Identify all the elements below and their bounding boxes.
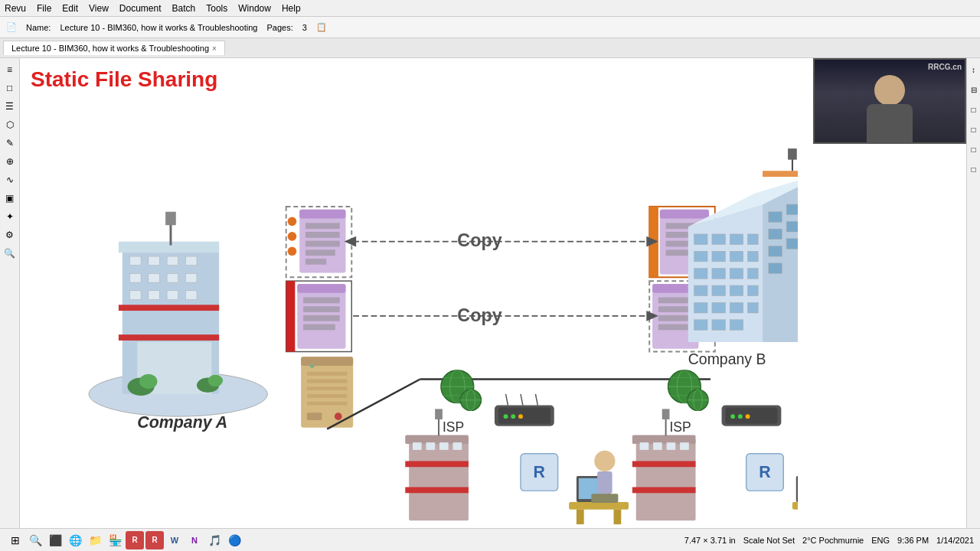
temperature-display: 2°C Pochmurnie bbox=[802, 536, 864, 545]
svg-rect-5 bbox=[167, 256, 178, 266]
copy2-label: Copy bbox=[457, 305, 501, 325]
router-left: R bbox=[521, 454, 558, 491]
diagram-svg: Company A bbox=[28, 96, 798, 528]
menu-window[interactable]: Window bbox=[238, 3, 271, 14]
sidebar-icon-grid[interactable]: ▣ bbox=[2, 190, 18, 207]
svg-rect-125 bbox=[591, 494, 618, 503]
right-sidebar-icon-4[interactable]: □ bbox=[965, 121, 981, 138]
menu-document[interactable]: Document bbox=[119, 3, 162, 14]
coords-display: 7.47 × 3.71 in bbox=[684, 536, 736, 545]
company-b-label: Company B bbox=[688, 350, 766, 367]
status-bar: ⊞ 🔍 ⬛ 🌐 📁 🏪 R R W N 🎵 🔵 7.47 × 3.71 in S… bbox=[0, 528, 980, 551]
svg-rect-124 bbox=[597, 471, 612, 494]
svg-rect-62 bbox=[658, 315, 693, 321]
svg-rect-170 bbox=[730, 320, 743, 331]
svg-rect-9 bbox=[167, 273, 178, 282]
toolbar-icon-2[interactable]: 📋 bbox=[316, 22, 327, 32]
isp2-group: ISP bbox=[668, 370, 782, 435]
sidebar-icon-list[interactable]: ☰ bbox=[2, 98, 18, 115]
taskbar-edge[interactable]: 🌐 bbox=[66, 531, 84, 549]
right-sidebar-icon-3[interactable]: □ bbox=[965, 101, 981, 118]
sidebar-icon-hex[interactable]: ⬡ bbox=[2, 116, 18, 133]
svg-rect-149 bbox=[712, 234, 726, 245]
svg-rect-155 bbox=[748, 251, 759, 262]
svg-rect-63 bbox=[658, 324, 688, 331]
svg-marker-44 bbox=[345, 236, 357, 247]
taskbar-search[interactable]: 🔍 bbox=[26, 531, 44, 549]
svg-rect-2 bbox=[119, 242, 219, 253]
svg-rect-154 bbox=[730, 251, 743, 262]
sidebar-icon-wave[interactable]: ∿ bbox=[2, 171, 18, 188]
svg-rect-167 bbox=[748, 302, 759, 313]
sidebar-icon-search[interactable]: 🔍 bbox=[2, 245, 18, 262]
router-left-label: R bbox=[534, 463, 545, 481]
svg-rect-179 bbox=[769, 263, 782, 274]
taskbar-revit2[interactable]: R bbox=[145, 531, 164, 549]
svg-rect-30 bbox=[305, 223, 340, 229]
sidebar-icon-star[interactable]: ✦ bbox=[2, 208, 18, 225]
taskbar-task-view[interactable]: ⬛ bbox=[46, 531, 64, 549]
svg-rect-160 bbox=[694, 285, 708, 296]
name-label: Name: bbox=[26, 23, 51, 32]
svg-rect-120 bbox=[614, 510, 622, 524]
svg-rect-163 bbox=[748, 285, 759, 296]
svg-rect-153 bbox=[712, 251, 726, 262]
taskbar-icons[interactable]: ⊞ 🔍 ⬛ 🌐 📁 🏪 R R W N 🎵 🔵 bbox=[6, 531, 243, 549]
taskbar-start-button[interactable]: ⊞ bbox=[6, 531, 24, 549]
sidebar-icon-edit[interactable]: ✎ bbox=[2, 135, 18, 152]
svg-point-105 bbox=[738, 414, 743, 419]
taskbar-onenote[interactable]: N bbox=[185, 531, 204, 549]
taskbar-store[interactable]: 🏪 bbox=[106, 531, 124, 549]
menu-tools[interactable]: Tools bbox=[206, 3, 227, 14]
menu-revu[interactable]: Revu bbox=[5, 3, 26, 14]
sidebar-icon-add[interactable]: ⊕ bbox=[2, 153, 18, 170]
sidebar-icon-menu[interactable]: ≡ bbox=[2, 61, 18, 78]
svg-line-91 bbox=[506, 394, 508, 406]
svg-line-93 bbox=[535, 394, 537, 406]
svg-point-26 bbox=[288, 232, 297, 241]
svg-rect-10 bbox=[185, 273, 197, 282]
active-tab[interactable]: Lecture 10 - BIM360, how it works & Trou… bbox=[3, 41, 225, 55]
sidebar-icon-gear[interactable]: ⚙ bbox=[2, 227, 18, 243]
pages-label: Pages: bbox=[266, 23, 292, 32]
location-display: Pochmurnie bbox=[819, 536, 864, 545]
server-unit bbox=[301, 357, 353, 427]
svg-point-74 bbox=[335, 412, 342, 420]
svg-rect-116 bbox=[453, 442, 462, 450]
taskbar-spotify[interactable]: 🎵 bbox=[205, 531, 224, 549]
right-sidebar-icon-1[interactable]: ↕ bbox=[965, 61, 981, 78]
svg-rect-151 bbox=[748, 234, 759, 245]
svg-rect-33 bbox=[305, 249, 335, 256]
svg-point-25 bbox=[288, 217, 297, 227]
menu-file[interactable]: File bbox=[37, 3, 51, 14]
right-sidebar-icon-5[interactable]: □ bbox=[965, 141, 981, 158]
taskbar-word[interactable]: W bbox=[165, 531, 184, 549]
taskbar-chrome[interactable]: 🔵 bbox=[225, 531, 243, 549]
person-left bbox=[569, 451, 629, 524]
file-icon-left-2 bbox=[286, 281, 352, 351]
right-sidebar-icon-2[interactable]: ⊟ bbox=[965, 81, 981, 98]
toolbar-icon-1[interactable]: 📄 bbox=[6, 22, 17, 32]
svg-rect-4 bbox=[149, 256, 160, 266]
svg-rect-137 bbox=[792, 502, 798, 510]
sidebar-icon-square[interactable]: □ bbox=[2, 80, 18, 96]
svg-point-89 bbox=[511, 414, 515, 419]
svg-rect-12 bbox=[149, 291, 160, 300]
menu-view[interactable]: View bbox=[89, 3, 109, 14]
svg-rect-6 bbox=[185, 256, 197, 266]
svg-rect-50 bbox=[303, 298, 340, 304]
company-a-building bbox=[89, 212, 267, 416]
svg-rect-13 bbox=[167, 291, 178, 300]
menu-edit[interactable]: Edit bbox=[62, 3, 78, 14]
svg-rect-166 bbox=[730, 302, 743, 313]
menu-batch[interactable]: Batch bbox=[172, 3, 196, 14]
right-sidebar-icon-6[interactable]: □ bbox=[965, 161, 981, 178]
svg-rect-171 bbox=[769, 212, 782, 223]
svg-rect-131 bbox=[662, 409, 670, 419]
taskbar-revit[interactable]: R bbox=[126, 531, 144, 549]
taskbar-explorer[interactable]: 📁 bbox=[86, 531, 104, 549]
menu-help[interactable]: Help bbox=[282, 3, 301, 14]
svg-rect-126 bbox=[636, 439, 696, 520]
svg-rect-53 bbox=[303, 324, 335, 331]
tab-close-button[interactable]: × bbox=[212, 44, 217, 53]
